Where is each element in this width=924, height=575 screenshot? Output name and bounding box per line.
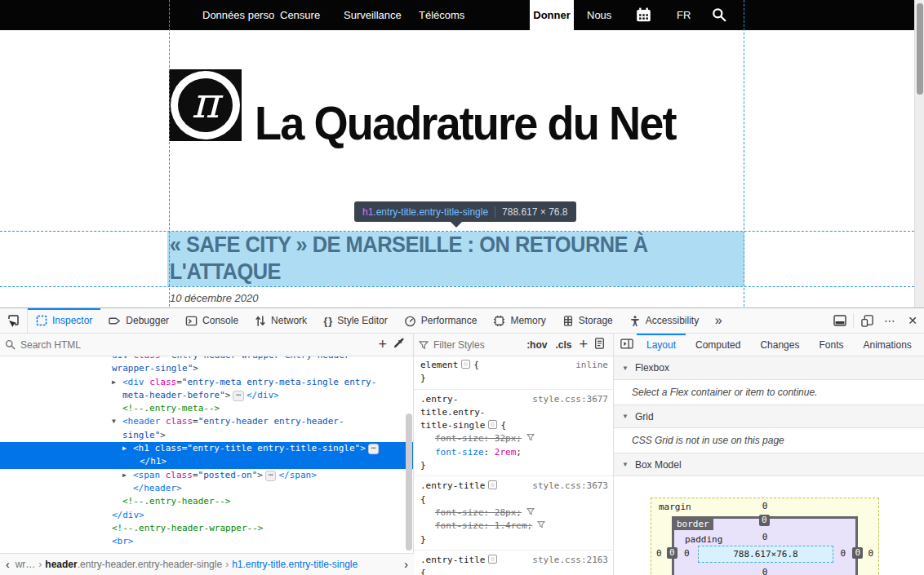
pseudo-class-toggle[interactable]: :hov <box>526 339 547 351</box>
nav-item-censure[interactable]: Censure <box>280 0 320 30</box>
margin-right-value[interactable]: 0 <box>868 548 873 559</box>
markup-line[interactable]: wrapper-single"> <box>0 362 413 375</box>
markup-line[interactable]: single"> <box>0 429 413 442</box>
ellipsis-badge[interactable]: ⋯ <box>233 391 243 401</box>
markup-line[interactable]: ▶<div class="entry-meta entry-meta-singl… <box>0 376 413 389</box>
overridden-filter-icon[interactable] <box>526 507 535 518</box>
eyedropper-button[interactable] <box>393 338 405 352</box>
collapse-arrow-icon[interactable]: ▼ <box>622 461 629 468</box>
breadcrumb-item-header[interactable]: header.entry-header.entry-header-single <box>45 559 222 570</box>
rule3-decl-overridden-2[interactable]: font-size: 1.4rem; <box>414 520 613 533</box>
tab-inspector[interactable]: Inspector <box>28 308 100 333</box>
markup-line[interactable]: ▼<header class="entry-header entry-heade… <box>0 415 413 428</box>
tab-changes[interactable]: Changes <box>750 334 809 356</box>
expand-arrow-icon[interactable]: ▼ <box>112 415 116 428</box>
nav-item-surveillance[interactable]: Surveillance <box>344 0 402 30</box>
markup-line[interactable]: </div> <box>0 509 413 522</box>
boxmodel-section-header[interactable]: ▼Box Model <box>614 453 924 476</box>
tab-console[interactable]: Console <box>177 308 247 333</box>
overridden-filter-icon[interactable] <box>526 433 535 444</box>
nav-item-donner[interactable]: Donner <box>530 0 574 30</box>
rule-element-open[interactable]: element{inline <box>414 359 613 372</box>
tab-accessibility[interactable]: Accessibility <box>621 308 707 333</box>
search-html-input[interactable]: Search HTML <box>20 339 375 351</box>
dock-options-button[interactable] <box>828 308 851 333</box>
markup-line[interactable]: <br> <box>0 535 413 548</box>
add-rule-button[interactable]: + <box>579 336 588 353</box>
ellipsis-badge[interactable]: ⋯ <box>265 471 276 481</box>
rule2-decl-overridden[interactable]: font-size: 32px; <box>414 432 613 445</box>
tab-debugger[interactable]: Debugger <box>100 308 177 333</box>
highlight-selector-icon[interactable] <box>488 555 497 564</box>
nav-item-language[interactable]: FR <box>677 0 691 30</box>
tab-fonts[interactable]: Fonts <box>809 334 853 356</box>
rule3-decl-overridden-1[interactable]: font-size: 28px; <box>414 506 613 520</box>
flexbox-section-header[interactable]: ▼Flexbox <box>614 356 924 380</box>
nav-item-telecoms[interactable]: Télécoms <box>419 0 464 30</box>
breadcrumb-scroll-right-icon[interactable]: › <box>398 558 414 571</box>
rule-source[interactable]: style.css:2163 <box>532 554 608 567</box>
meatball-menu-button[interactable]: ⋯ <box>878 308 901 333</box>
margin-top-value[interactable]: 0 <box>651 501 879 511</box>
rule3-selector[interactable]: .entry-titlestyle.css:3673 <box>414 480 613 493</box>
expand-arrow-icon[interactable]: ▶ <box>122 469 127 482</box>
breadcrumb-item-wrapper[interactable]: wr… <box>16 559 36 570</box>
calendar-icon[interactable] <box>636 7 651 26</box>
print-simulation-button[interactable] <box>594 338 605 352</box>
padding-bottom-value[interactable]: 0 <box>651 567 879 575</box>
markup-scrollbar-thumb[interactable] <box>406 414 412 551</box>
markup-line[interactable]: <!--.entry-header--> <box>0 495 413 508</box>
rule-source[interactable]: style.css:3673 <box>532 480 608 493</box>
more-tabs-button[interactable]: » <box>707 308 730 333</box>
expand-arrow-icon[interactable]: ▶ <box>122 442 127 455</box>
grid-section-header[interactable]: ▼Grid <box>614 405 924 428</box>
pick-element-button[interactable] <box>0 308 28 333</box>
nav-item-donnees-perso[interactable]: Données perso <box>202 0 274 30</box>
markup-line[interactable]: ▶<h1 class="entry-title entry-title-sing… <box>0 442 413 455</box>
highlight-selector-icon[interactable] <box>461 360 470 369</box>
breadcrumb-item-h1-selected[interactable]: h1.entry-title.entry-title-single <box>232 559 358 570</box>
rule-source[interactable]: style.css:3677 <box>532 393 608 406</box>
responsive-mode-button[interactable] <box>855 308 878 333</box>
markup-line[interactable]: </header> <box>0 482 413 495</box>
page-scrollbar[interactable] <box>914 0 924 307</box>
boxmodel-content-box[interactable]: 788.617×76.8 <box>698 546 833 563</box>
rule4-selector[interactable]: .entry-titlestyle.css:2163 <box>414 554 613 567</box>
class-toggle[interactable]: .cls <box>555 339 571 351</box>
rule-source[interactable]: inline <box>575 359 608 372</box>
overridden-filter-icon[interactable] <box>537 520 545 531</box>
highlight-selector-icon[interactable] <box>488 480 497 489</box>
highlight-selector-icon[interactable] <box>488 420 497 429</box>
markup-line[interactable]: </h1> <box>0 455 413 468</box>
sidebar-toggle-icon[interactable] <box>620 338 633 352</box>
tab-memory[interactable]: Memory <box>485 308 553 333</box>
collapse-arrow-icon[interactable]: ▼ <box>622 413 629 420</box>
breadcrumb-scroll-left-icon[interactable]: ‹ <box>0 558 16 571</box>
tab-style-editor[interactable]: { } Style Editor <box>315 308 396 333</box>
expand-arrow-icon[interactable]: ▶ <box>112 376 116 389</box>
tab-animations[interactable]: Animations <box>853 334 921 356</box>
collapse-arrow-icon[interactable]: ▼ <box>622 365 629 372</box>
tab-computed[interactable]: Computed <box>686 334 750 356</box>
border-top-value[interactable]: 0 <box>759 515 770 526</box>
padding-top-value[interactable]: 0 <box>651 532 879 542</box>
tab-performance[interactable]: Performance <box>396 308 486 333</box>
close-devtools-button[interactable]: ✕ <box>901 308 924 333</box>
tab-layout[interactable]: Layout <box>637 334 686 356</box>
markup-line[interactable]: meta-header-before">⋯</div> <box>0 389 413 402</box>
border-right-value[interactable]: 0 <box>852 547 863 559</box>
page-scrollbar-thumb[interactable] <box>917 3 923 95</box>
border-left-value[interactable]: 0 <box>667 547 677 559</box>
padding-right-value[interactable]: 0 <box>840 548 846 559</box>
filter-styles-input[interactable]: Filter Styles <box>433 339 522 351</box>
margin-left-value[interactable]: 0 <box>656 548 662 559</box>
padding-left-value[interactable]: 0 <box>684 548 690 559</box>
rule2-selector-line1[interactable]: .entry-style.css:3677 <box>414 393 613 406</box>
site-logo[interactable]: π <box>169 69 242 141</box>
ellipsis-badge[interactable]: ⋯ <box>368 444 379 454</box>
add-node-button[interactable]: + <box>378 336 387 353</box>
nav-item-nous[interactable]: Nous <box>587 0 611 30</box>
markup-line[interactable]: <!--.entry-meta--> <box>0 402 413 415</box>
markup-line[interactable]: <!--.entry-header-wrapper--> <box>0 522 413 535</box>
tab-storage[interactable]: Storage <box>554 308 621 333</box>
